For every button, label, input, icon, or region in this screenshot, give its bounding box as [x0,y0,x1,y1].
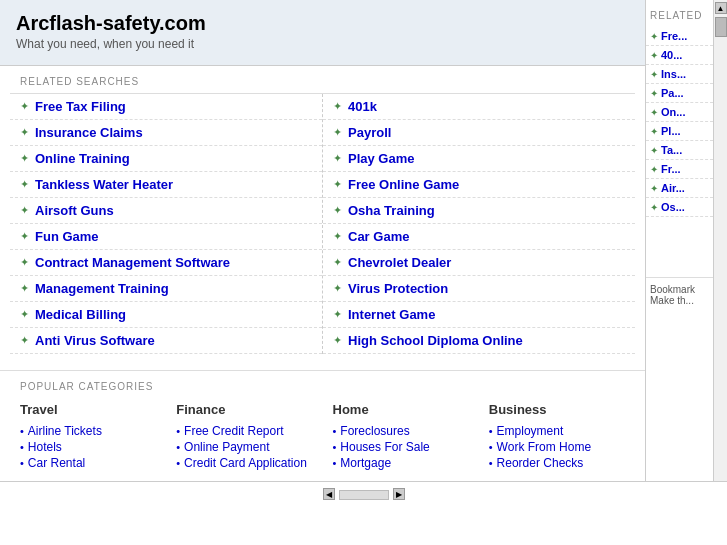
search-link[interactable]: Free Online Game [348,177,459,192]
list-item: Foreclosures [333,423,469,439]
popular-link[interactable]: Free Credit Report [184,424,283,438]
list-item: ✦Chevrolet Dealer [323,250,635,276]
popular-col-title: Travel [20,402,156,417]
search-link[interactable]: Fun Game [35,229,99,244]
arrow-icon: ✦ [650,31,658,42]
arrow-icon: ✦ [20,308,29,321]
popular-link[interactable]: Airline Tickets [28,424,102,438]
search-link[interactable]: Osha Training [348,203,435,218]
popular-link[interactable]: Online Payment [184,440,269,454]
sidebar-related-label: RELATED [646,0,713,27]
sidebar-item: ✦Ins... [646,65,713,84]
popular-link[interactable]: Foreclosures [340,424,409,438]
search-link[interactable]: Play Game [348,151,415,166]
search-link[interactable]: Free Tax Filing [35,99,126,114]
list-item: ✦Osha Training [323,198,635,224]
sidebar-item: ✦Pa... [646,84,713,103]
popular-categories-section: POPULAR CATEGORIES Travel Airline Ticket… [0,370,645,481]
list-item: ✦Car Game [323,224,635,250]
bookmark-label: Bookmark [650,284,709,295]
list-item: ✦Contract Management Software [10,250,322,276]
popular-col-finance: Finance Free Credit Report Online Paymen… [176,402,312,471]
arrow-icon: ✦ [20,126,29,139]
popular-col-title: Finance [176,402,312,417]
list-item: ✦Play Game [323,146,635,172]
sidebar-link[interactable]: Pl... [661,125,681,137]
sidebar-item: ✦Pl... [646,122,713,141]
arrow-icon: ✦ [333,256,342,269]
popular-col-title: Home [333,402,469,417]
sidebar-link[interactable]: Os... [661,201,685,213]
search-link[interactable]: Internet Game [348,307,435,322]
sidebar-link[interactable]: 40... [661,49,682,61]
search-link[interactable]: Virus Protection [348,281,448,296]
search-link[interactable]: Chevrolet Dealer [348,255,451,270]
arrow-icon: ✦ [650,164,658,175]
arrow-icon: ✦ [333,152,342,165]
popular-link[interactable]: Work From Home [497,440,591,454]
sidebar-item: ✦Ta... [646,141,713,160]
list-item: ✦Medical Billing [10,302,322,328]
scroll-thumb[interactable] [715,17,727,37]
search-link[interactable]: Medical Billing [35,307,126,322]
sidebar-link[interactable]: Air... [661,182,685,194]
popular-link[interactable]: Credit Card Application [184,456,307,470]
list-item: ✦Online Training [10,146,322,172]
search-link[interactable]: Airsoft Guns [35,203,114,218]
popular-link[interactable]: Houses For Sale [340,440,429,454]
scroll-left-button[interactable]: ◀ [323,488,335,500]
search-link[interactable]: Contract Management Software [35,255,230,270]
search-link[interactable]: Car Game [348,229,409,244]
sidebar-link[interactable]: Fr... [661,163,681,175]
search-link[interactable]: High School Diploma Online [348,333,523,348]
list-item: ✦Fun Game [10,224,322,250]
search-link[interactable]: Tankless Water Heater [35,177,173,192]
list-item: ✦Airsoft Guns [10,198,322,224]
arrow-icon: ✦ [650,50,658,61]
scroll-up-button[interactable]: ▲ [715,2,727,14]
arrow-icon: ✦ [650,69,658,80]
popular-link[interactable]: Mortgage [340,456,391,470]
horizontal-scroll-thumb[interactable] [339,490,389,500]
arrow-icon: ✦ [650,202,658,213]
search-links-container: ✦Free Tax Filing ✦Insurance Claims ✦Onli… [10,93,635,354]
list-item: ✦Anti Virus Software [10,328,322,354]
related-searches-label: RELATED SEARCHES [0,66,645,93]
scrollbar[interactable]: ▲ [713,0,727,481]
search-link[interactable]: Online Training [35,151,130,166]
list-item: Online Payment [176,439,312,455]
popular-link[interactable]: Employment [497,424,564,438]
list-item: Reorder Checks [489,455,625,471]
arrow-icon: ✦ [20,282,29,295]
list-item: Employment [489,423,625,439]
list-item: ✦401k [323,94,635,120]
popular-link[interactable]: Car Rental [28,456,85,470]
sidebar-link[interactable]: On... [661,106,685,118]
popular-col-title: Business [489,402,625,417]
arrow-icon: ✦ [20,256,29,269]
arrow-icon: ✦ [333,100,342,113]
search-link[interactable]: 401k [348,99,377,114]
arrow-icon: ✦ [650,88,658,99]
arrow-icon: ✦ [333,230,342,243]
sidebar-link[interactable]: Pa... [661,87,684,99]
search-link[interactable]: Payroll [348,125,391,140]
search-link[interactable]: Insurance Claims [35,125,143,140]
sidebar-link[interactable]: Ta... [661,144,682,156]
list-item: Work From Home [489,439,625,455]
bookmark-area: Bookmark Make th... [646,277,713,312]
sidebar-link[interactable]: Ins... [661,68,686,80]
sidebar-link[interactable]: Fre... [661,30,687,42]
list-item: Hotels [20,439,156,455]
arrow-icon: ✦ [650,107,658,118]
right-sidebar: RELATED ✦Fre... ✦40... ✦Ins... ✦Pa... ✦O… [645,0,713,481]
popular-link[interactable]: Reorder Checks [497,456,584,470]
search-link[interactable]: Anti Virus Software [35,333,155,348]
arrow-icon: ✦ [650,126,658,137]
list-item: Car Rental [20,455,156,471]
scroll-right-button[interactable]: ▶ [393,488,405,500]
list-item: ✦Tankless Water Heater [10,172,322,198]
popular-link[interactable]: Hotels [28,440,62,454]
search-link[interactable]: Management Training [35,281,169,296]
list-item: Free Credit Report [176,423,312,439]
